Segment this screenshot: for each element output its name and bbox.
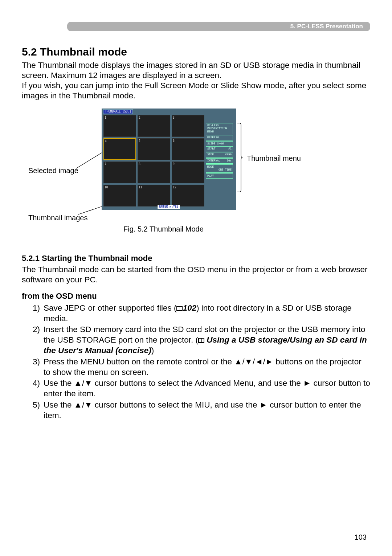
step-2: Insert the SD memory card into the SD ca… <box>33 324 370 356</box>
list-item: 9 <box>172 162 204 183</box>
menu-pcless: PC-LESS PRESENTATION MENU <box>206 123 233 135</box>
list-item: 1 <box>103 115 136 137</box>
thumbnail-grid: 1 2 3 4 5 6 7 8 9 10 11 12 <box>103 115 204 207</box>
callout-thumbnail-images: Thumbnail images <box>28 214 87 222</box>
book-icon <box>176 306 183 311</box>
callout-selected-image: Selected image <box>28 167 78 175</box>
menu-slideshow-label: SLIDE SHOW <box>206 141 233 146</box>
list-item: 2 <box>138 115 170 137</box>
list-item: 3 <box>172 115 204 137</box>
figure-caption: Fig. 5.2 Thumbnail Mode <box>123 225 204 233</box>
step-4: Use the ▲/▼ cursor buttons to select the… <box>33 378 370 399</box>
list-item: 5 <box>138 138 170 160</box>
menu-row-stop: STOP#999 <box>206 152 233 158</box>
book-icon <box>198 338 204 343</box>
page-number: 103 <box>355 533 367 541</box>
figure-thumbnail-mode: Selected image Thumbnail images Thumbnai… <box>22 109 370 232</box>
from-osd-menu-title: from the OSD menu <box>22 291 370 301</box>
projector-screen-mock: THUMBNAIL [SD:] 1 2 3 4 5 6 7 8 9 10 11 … <box>102 109 236 210</box>
menu-refresh: REFRESH <box>206 135 233 140</box>
menu-play: PLAY <box>206 173 233 179</box>
list-item: 12 <box>172 185 204 207</box>
hint-bar: ENTER ▶:YES <box>158 205 180 209</box>
list-item: 7 <box>103 162 136 183</box>
list-item: 11 <box>138 185 170 207</box>
menu-row-interval: INTERVAL10s <box>206 158 233 164</box>
list-item: 8 <box>138 162 170 183</box>
screen-title: THUMBNAIL [SD:] <box>103 109 133 114</box>
thumbnail-menu-panel: PC-LESS PRESENTATION MENU REFRESH SLIDE … <box>206 123 233 180</box>
menu-row-start: START#1 <box>206 146 233 152</box>
header-chapter-label: 5. PC-LESS Presentation <box>290 23 363 30</box>
callout-thumbnail-menu: Thumbnail menu <box>247 154 301 163</box>
step-3: Press the MENU button on the remote cont… <box>33 357 370 378</box>
step-5: Use the ▲/▼ cursor buttons to select the… <box>33 400 370 421</box>
step-1: Save JEPG or other supported files (102)… <box>33 303 370 324</box>
brace-icon <box>237 123 242 192</box>
list-item: 6 <box>172 138 204 160</box>
section-intro: The Thumbnail mode displays the images s… <box>22 60 370 101</box>
menu-mode: MODE ONE TIME <box>206 164 233 173</box>
list-item: 10 <box>103 185 136 207</box>
header-chapter-pill: 5. PC-LESS Presentation <box>67 22 370 31</box>
subsection-title: 5.2.1 Starting the Thumbnail mode <box>22 254 370 263</box>
osd-steps-list: Save JEPG or other supported files (102)… <box>22 303 370 421</box>
section-title: 5.2 Thumbnail mode <box>22 46 370 58</box>
list-item-selected: 4 <box>103 138 136 160</box>
subsection-intro: The Thumbnail mode can be started from t… <box>22 265 370 285</box>
